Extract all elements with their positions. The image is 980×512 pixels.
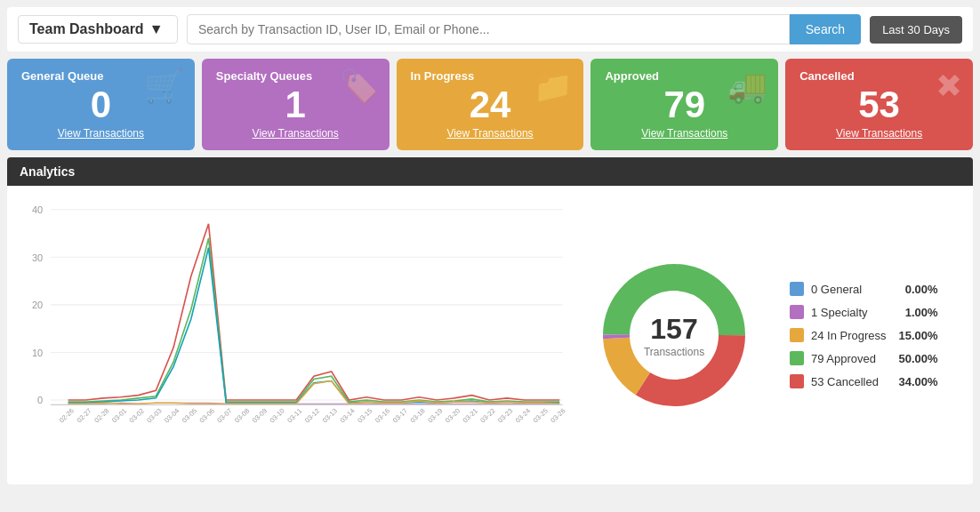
legend-cancelled-label: 53 Cancelled: [811, 375, 887, 388]
svg-text:03-24: 03-24: [514, 407, 532, 425]
general-queue-card: 🛒 General Queue 0 View Transactions: [7, 59, 195, 150]
svg-text:03-04: 03-04: [163, 407, 181, 425]
legend-approved-pct: 50.00%: [894, 352, 938, 365]
legend-cancelled-pct: 34.00%: [894, 375, 938, 388]
general-view-transactions[interactable]: View Transactions: [21, 127, 181, 140]
svg-text:03-03: 03-03: [145, 407, 163, 425]
donut-area: 157 Transactions 0 General 0.00% 1 Speci…: [585, 200, 959, 470]
legend-inprogress-label: 24 In Progress: [811, 329, 887, 342]
specialty-swatch: [790, 305, 804, 319]
analytics-header: Analytics: [7, 157, 973, 186]
svg-text:03-26: 03-26: [549, 407, 566, 425]
svg-text:20: 20: [32, 300, 43, 310]
search-input[interactable]: [187, 14, 790, 44]
legend-inprogress-pct: 15.00%: [894, 329, 938, 342]
general-swatch: [790, 282, 804, 296]
svg-text:03-23: 03-23: [496, 407, 514, 425]
approved-swatch: [790, 351, 804, 365]
svg-text:03-09: 03-09: [251, 407, 269, 425]
legend-item-inprogress: 24 In Progress 15.00%: [790, 328, 938, 342]
donut-label: Transactions: [644, 346, 704, 358]
approved-view-transactions[interactable]: View Transactions: [605, 127, 764, 140]
inprogress-swatch: [790, 328, 804, 342]
cancelled-swatch: [790, 374, 804, 388]
svg-text:03-05: 03-05: [181, 407, 198, 425]
x-circle-icon: ✖: [936, 68, 962, 105]
specialty-queue-card: 🏷️ Specialty Queues 1 View Transactions: [202, 59, 390, 150]
chevron-down-icon: ▼: [149, 21, 164, 37]
legend-item-specialty: 1 Specialty 1.00%: [790, 305, 938, 319]
legend-approved-label: 79 Approved: [811, 352, 887, 365]
date-range-button[interactable]: Last 30 Days: [870, 16, 962, 44]
legend-general-label: 0 General: [811, 283, 887, 296]
svg-text:03-16: 03-16: [374, 407, 391, 425]
svg-text:03-06: 03-06: [198, 407, 216, 425]
legend-general-pct: 0.00%: [894, 283, 938, 296]
svg-text:03-08: 03-08: [233, 407, 251, 425]
svg-text:03-10: 03-10: [269, 407, 286, 425]
svg-text:03-11: 03-11: [285, 407, 303, 425]
svg-text:03-02: 03-02: [128, 407, 146, 425]
cart-icon: 🛒: [144, 68, 184, 105]
line-chart-svg: 0 10 20 30 40: [21, 200, 567, 467]
svg-text:03-25: 03-25: [532, 407, 550, 425]
inprogress-view-transactions[interactable]: View Transactions: [411, 127, 570, 140]
svg-text:0: 0: [37, 395, 43, 405]
queue-cards-row: 🛒 General Queue 0 View Transactions 🏷️ S…: [7, 59, 973, 150]
svg-text:03-19: 03-19: [426, 407, 444, 425]
legend-item-general: 0 General 0.00%: [790, 282, 938, 296]
svg-text:30: 30: [32, 252, 43, 263]
cancelled-view-transactions[interactable]: View Transactions: [799, 127, 959, 140]
legend-specialty-pct: 1.00%: [894, 306, 938, 319]
svg-text:03-12: 03-12: [303, 407, 321, 425]
specialty-view-transactions[interactable]: View Transactions: [216, 127, 375, 140]
inprogress-queue-card: 📁 In Progress 24 View Transactions: [397, 59, 584, 150]
svg-text:03-21: 03-21: [462, 407, 479, 425]
dashboard-selector[interactable]: Team Dashboard ▼: [18, 15, 178, 44]
svg-text:03-01: 03-01: [110, 407, 128, 425]
header-bar: Team Dashboard ▼ Search Last 30 Days: [7, 7, 973, 52]
svg-text:03-07: 03-07: [215, 407, 233, 425]
folder-icon: 📁: [533, 68, 573, 105]
svg-text:03-15: 03-15: [356, 407, 374, 425]
donut-center: 157 Transactions: [644, 313, 704, 358]
dashboard-label: Team Dashboard: [29, 21, 144, 37]
svg-text:03-22: 03-22: [478, 407, 496, 425]
legend-item-approved: 79 Approved 50.00%: [790, 351, 938, 365]
main-container: Team Dashboard ▼ Search Last 30 Days 🛒 G…: [0, 0, 980, 512]
donut-total: 157: [644, 313, 704, 346]
svg-text:10: 10: [32, 348, 43, 358]
svg-text:02-28: 02-28: [92, 407, 110, 425]
svg-text:03-17: 03-17: [391, 407, 409, 425]
cancelled-queue-card: ✖ Cancelled 53 View Transactions: [785, 59, 973, 150]
svg-text:03-18: 03-18: [408, 407, 426, 425]
search-button[interactable]: Search: [790, 14, 861, 44]
donut-legend: 0 General 0.00% 1 Specialty 1.00% 24 In …: [790, 282, 938, 388]
svg-text:02-26: 02-26: [58, 407, 76, 425]
analytics-section: Analytics 0 10 20 30 40: [7, 157, 973, 484]
truck-icon: 🚚: [727, 68, 767, 105]
analytics-body: 0 10 20 30 40: [7, 186, 973, 484]
legend-specialty-label: 1 Specialty: [811, 306, 887, 319]
svg-text:03-14: 03-14: [338, 407, 356, 425]
svg-text:03-20: 03-20: [444, 407, 462, 425]
svg-text:03-13: 03-13: [321, 407, 339, 425]
line-chart-area: 0 10 20 30 40: [21, 200, 567, 470]
approved-queue-card: 🚚 Approved 79 View Transactions: [590, 59, 778, 150]
legend-item-cancelled: 53 Cancelled 34.00%: [790, 374, 938, 388]
search-bar: Search: [187, 14, 861, 44]
svg-text:40: 40: [32, 204, 43, 215]
donut-chart: 157 Transactions: [585, 246, 763, 424]
svg-text:02-27: 02-27: [75, 407, 92, 425]
tag-icon: 🏷️: [339, 68, 379, 105]
